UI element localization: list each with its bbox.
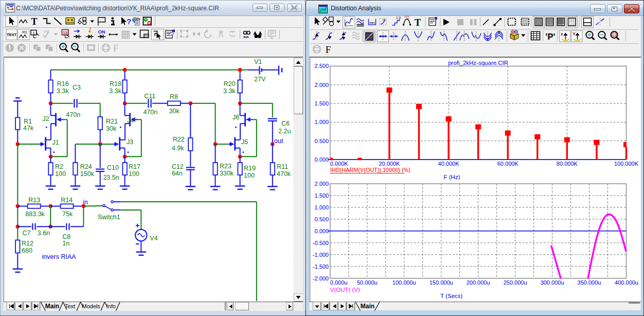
svg-text:J3: J3 xyxy=(127,138,133,146)
svg-text:1.000: 1.000 xyxy=(314,204,329,210)
svg-text:200.000u: 200.000u xyxy=(466,279,490,286)
svg-text:R17: R17 xyxy=(129,163,140,170)
svg-text:R11: R11 xyxy=(277,163,288,170)
svg-text:C6: C6 xyxy=(281,120,290,127)
svg-text:30k: 30k xyxy=(106,125,117,132)
svg-text:F(): F() xyxy=(405,15,409,19)
svg-text:x: x xyxy=(561,31,563,37)
svg-text:3.3k: 3.3k xyxy=(109,87,121,95)
svg-text:100: 100 xyxy=(129,170,139,178)
svg-text:J1: J1 xyxy=(52,139,59,146)
svg-text:J5: J5 xyxy=(241,138,248,146)
svg-text:330k: 330k xyxy=(220,170,234,177)
svg-text:470n: 470n xyxy=(66,111,80,118)
svg-text:0.500: 0.500 xyxy=(314,138,329,144)
svg-text:0.000K: 0.000K xyxy=(330,161,348,167)
svg-text:-2.000: -2.000 xyxy=(312,275,328,282)
svg-text:23.5n: 23.5n xyxy=(103,174,119,181)
svg-text:Models: Models xyxy=(82,303,100,309)
svg-text:100.000u: 100.000u xyxy=(392,279,416,286)
svg-text:2.000: 2.000 xyxy=(314,82,329,88)
svg-text:V(OUT) (V): V(OUT) (V) xyxy=(330,287,360,293)
svg-text:75k: 75k xyxy=(62,210,73,218)
svg-text:-1.000: -1.000 xyxy=(312,252,328,258)
svg-text:1.500: 1.500 xyxy=(314,100,329,107)
svg-text:400.000u: 400.000u xyxy=(615,279,638,286)
svg-text:680: 680 xyxy=(22,247,32,254)
svg-text:Y: Y xyxy=(573,31,576,37)
svg-text:in: in xyxy=(83,199,88,206)
svg-text:100.000K: 100.000K xyxy=(614,161,638,167)
svg-text:R14: R14 xyxy=(61,197,73,204)
svg-text:0.000: 0.000 xyxy=(314,156,329,163)
svg-text:-1.500: -1.500 xyxy=(312,264,328,270)
svg-text:Switch1: Switch1 xyxy=(98,214,120,221)
svg-text:C11: C11 xyxy=(144,93,155,100)
svg-text:3.3k: 3.3k xyxy=(223,87,236,95)
svg-text:1.000: 1.000 xyxy=(314,119,329,125)
svg-text:50.000u: 50.000u xyxy=(356,279,377,286)
svg-text:2.000: 2.000 xyxy=(314,181,329,187)
svg-text:Info: Info xyxy=(106,303,116,309)
svg-text:T (Secs): T (Secs) xyxy=(440,293,462,299)
svg-text:100: 100 xyxy=(55,170,66,178)
svg-text:V4: V4 xyxy=(150,235,157,242)
svg-text:150.000u: 150.000u xyxy=(429,279,453,286)
svg-text:V1: V1 xyxy=(254,58,262,65)
svg-text:R24: R24 xyxy=(80,163,92,170)
svg-text:47k: 47k xyxy=(23,125,34,132)
svg-text:150k: 150k xyxy=(80,170,95,178)
svg-text:F: F xyxy=(326,44,331,55)
svg-text:profi_2kHz-square.CIR: profi_2kHz-square.CIR xyxy=(448,60,508,66)
svg-text:R20: R20 xyxy=(224,80,236,87)
svg-text:-0.500: -0.500 xyxy=(312,240,328,246)
svg-text:27V: 27V xyxy=(254,76,266,83)
svg-text:100: 100 xyxy=(244,172,255,179)
svg-text:30k: 30k xyxy=(169,108,180,115)
svg-text:0.000: 0.000 xyxy=(314,228,329,234)
svg-text:Main: Main xyxy=(361,303,374,310)
svg-text:J4: J4 xyxy=(127,117,134,124)
svg-text:2.500: 2.500 xyxy=(314,63,329,69)
svg-text:C8: C8 xyxy=(62,233,70,240)
svg-text:F (Hz): F (Hz) xyxy=(443,174,460,180)
svg-text:R23: R23 xyxy=(220,163,231,170)
svg-text:R13: R13 xyxy=(28,197,40,204)
svg-text:250.000u: 250.000u xyxy=(503,279,527,286)
svg-text:T: T xyxy=(415,17,421,28)
svg-text:64n: 64n xyxy=(172,170,183,177)
svg-text:'P': 'P' xyxy=(546,32,556,41)
svg-text:1.500: 1.500 xyxy=(314,192,329,199)
svg-text:20.000K: 20.000K xyxy=(379,161,400,167)
svg-text:R16: R16 xyxy=(57,80,69,87)
svg-text:300.000u: 300.000u xyxy=(540,279,564,286)
svg-text:R21: R21 xyxy=(106,118,118,125)
svg-text:350.000u: 350.000u xyxy=(577,279,601,286)
svg-text:60.000K: 60.000K xyxy=(497,161,518,167)
svg-text:470n: 470n xyxy=(143,109,157,116)
svg-text:R8: R8 xyxy=(170,93,178,100)
svg-text:1n: 1n xyxy=(62,240,69,247)
svg-text:invers RIAA: invers RIAA xyxy=(42,253,77,260)
svg-text:0.500: 0.500 xyxy=(314,216,329,222)
svg-text:J2: J2 xyxy=(42,115,49,122)
svg-text:3.3k: 3.3k xyxy=(57,87,69,95)
svg-text:IHD(HARM(V(OUT)),10000) (%): IHD(HARM(V(OUT)),10000) (%) xyxy=(330,167,410,173)
svg-text:10: 10 xyxy=(382,19,386,22)
svg-text:R19: R19 xyxy=(244,165,256,172)
svg-text:1.0: 1.0 xyxy=(396,16,401,20)
svg-text:40.000K: 40.000K xyxy=(438,161,459,167)
svg-text:out: out xyxy=(274,137,283,145)
svg-text:R1: R1 xyxy=(24,118,32,125)
svg-text:C10: C10 xyxy=(107,164,119,171)
svg-text:Text: Text xyxy=(65,303,75,309)
svg-text:J6: J6 xyxy=(232,114,239,121)
svg-text:C7: C7 xyxy=(23,230,31,237)
svg-text:4.9k: 4.9k xyxy=(172,145,184,152)
svg-text:80.000K: 80.000K xyxy=(556,161,578,167)
svg-text:R18: R18 xyxy=(110,80,121,87)
svg-text:C3: C3 xyxy=(73,84,81,91)
svg-text:470k: 470k xyxy=(277,170,291,178)
svg-text:R2: R2 xyxy=(55,163,63,170)
svg-text:2.2u: 2.2u xyxy=(278,128,291,135)
